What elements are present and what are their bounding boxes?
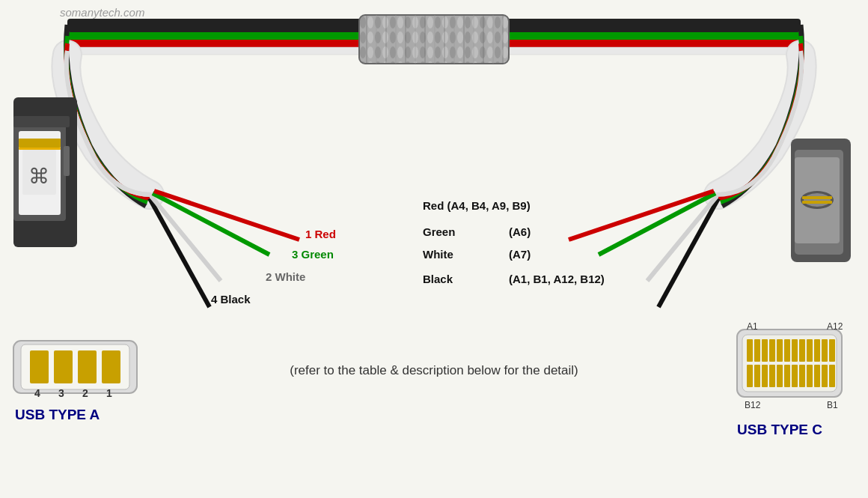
svg-rect-36 [19,139,61,148]
svg-rect-76 [777,339,783,362]
svg-rect-78 [792,339,798,362]
svg-text:3: 3 [58,387,64,399]
svg-text:B1: B1 [827,400,838,410]
svg-text:Red (A4, B4, A9, B9): Red (A4, B4, A9, B9) [423,199,531,212]
svg-rect-94 [822,365,828,387]
svg-text:White: White [423,248,453,261]
svg-text:USB TYPE A: USB TYPE A [15,407,100,422]
svg-rect-93 [814,365,820,387]
svg-rect-77 [784,339,790,362]
svg-rect-73 [754,339,760,362]
svg-point-44 [804,193,831,207]
svg-rect-75 [769,339,775,362]
svg-rect-95 [829,365,835,387]
svg-rect-84 [747,365,753,387]
svg-text:(A7): (A7) [509,248,531,261]
svg-text:2 White: 2 White [266,270,305,283]
svg-rect-61 [54,350,73,383]
svg-text:⌘: ⌘ [28,165,49,188]
svg-rect-81 [814,339,820,362]
svg-text:(refer to the table & descript: (refer to the table & description below … [290,363,578,377]
svg-rect-46 [802,201,832,204]
svg-rect-86 [762,365,768,387]
svg-text:B12: B12 [745,400,761,410]
svg-rect-45 [802,196,832,199]
svg-text:A1: A1 [747,321,758,332]
svg-text:A12: A12 [827,321,843,332]
svg-rect-92 [807,365,813,387]
svg-rect-37 [19,148,61,150]
svg-text:2: 2 [82,387,88,399]
svg-text:(A1, B1, A12, B12): (A1, B1, A12, B12) [509,273,605,285]
svg-text:(A6): (A6) [509,225,531,238]
svg-rect-72 [747,339,753,362]
svg-rect-85 [754,365,760,387]
diagram: somanytech.com [0,0,868,498]
svg-text:Black: Black [423,273,453,285]
svg-text:1: 1 [106,387,112,399]
svg-rect-87 [769,365,775,387]
svg-rect-90 [792,365,798,387]
svg-rect-60 [30,350,49,383]
svg-text:3 Green: 3 Green [292,248,334,261]
svg-rect-62 [78,350,97,383]
svg-text:Green: Green [423,225,455,238]
svg-rect-79 [799,339,805,362]
svg-text:4 Black: 4 Black [211,293,251,306]
svg-text:USB TYPE C: USB TYPE C [737,422,822,437]
svg-text:4: 4 [34,387,40,399]
svg-rect-38 [13,116,70,127]
svg-rect-83 [829,339,835,362]
svg-rect-82 [822,339,828,362]
svg-rect-88 [777,365,783,387]
svg-rect-80 [807,339,813,362]
svg-rect-63 [102,350,120,383]
svg-rect-89 [784,365,790,387]
svg-rect-39 [64,146,70,176]
svg-rect-7 [359,15,509,64]
svg-rect-74 [762,339,768,362]
svg-rect-91 [799,365,805,387]
svg-text:1 Red: 1 Red [305,228,336,240]
